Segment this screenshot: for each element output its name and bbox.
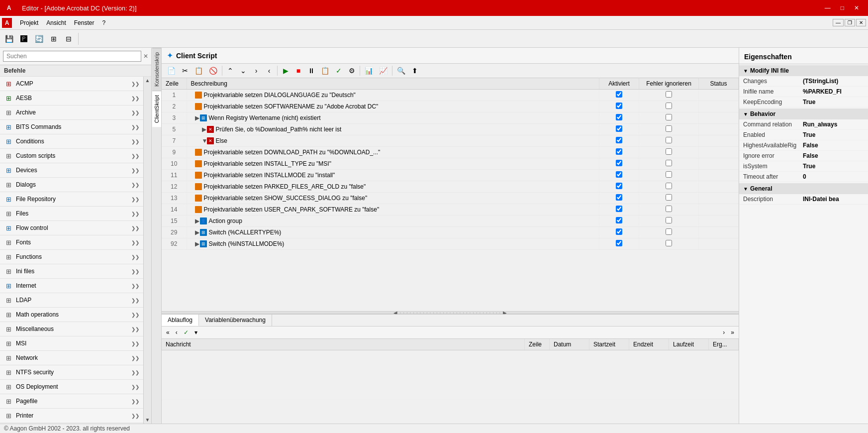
- row-aktiviert-7[interactable]: [599, 135, 639, 147]
- minimize-button[interactable]: —: [820, 2, 836, 13]
- stb-copy[interactable]: 📋: [192, 65, 205, 77]
- btb-last[interactable]: »: [728, 327, 737, 337]
- props-section-header[interactable]: ▼ Modify INI file: [739, 65, 868, 76]
- table-row[interactable]: 10 Projektvariable setzen INSTALL_TYPE z…: [162, 158, 739, 170]
- table-row[interactable]: 3 ▶⊞Wenn Registry Wertename (nicht) exis…: [162, 112, 739, 124]
- row-fehler-9[interactable]: [639, 147, 699, 158]
- expand-arrow[interactable]: ▶: [195, 240, 200, 247]
- table-row[interactable]: 1 Projektvariable setzen DIALOGLANGUAGE …: [162, 90, 739, 101]
- row-aktiviert-14[interactable]: [599, 204, 639, 216]
- table-row[interactable]: 9 Projektvariable setzen DOWNLOAD_PATH z…: [162, 147, 739, 158]
- sidebar-item-misc[interactable]: ⊞ Miscellaneous ❯❯: [0, 322, 143, 336]
- btb-dropdown[interactable]: ▾: [192, 327, 200, 337]
- stb-left[interactable]: ‹: [263, 65, 275, 77]
- expand-arrow[interactable]: ▶: [195, 229, 200, 236]
- search-input[interactable]: [3, 51, 141, 62]
- sidebar-item-printer[interactable]: ⊞ Printer ❯❯: [0, 409, 143, 423]
- row-aktiviert-1[interactable]: [599, 90, 639, 101]
- sidebar-item-flow[interactable]: ⊞ Flow control ❯❯: [0, 221, 143, 235]
- btb-first[interactable]: «: [164, 327, 172, 337]
- row-fehler-29[interactable]: [639, 227, 699, 238]
- row-fehler-15[interactable]: [639, 216, 699, 227]
- sidebar-item-functions[interactable]: ⊞ Functions ❯❯: [0, 250, 143, 264]
- row-aktiviert-3[interactable]: [599, 112, 639, 124]
- row-fehler-13[interactable]: [639, 193, 699, 204]
- table-row[interactable]: 12 Projektvariable setzen PARKED_FILES_A…: [162, 181, 739, 193]
- btb-next[interactable]: ›: [720, 327, 727, 337]
- tab-variablen[interactable]: Variablenüberwachung: [199, 315, 272, 326]
- toolbar-btn2[interactable]: 🅿: [17, 32, 31, 46]
- row-fehler-7[interactable]: [639, 135, 699, 147]
- table-row[interactable]: 13 Projektvariable setzen SHOW_SUCCESS_D…: [162, 193, 739, 204]
- table-row[interactable]: 14 Projektvariable setzen USER_CAN_PARK_…: [162, 204, 739, 216]
- stb-check[interactable]: ✓: [333, 65, 345, 77]
- tab-ablauflog[interactable]: Ablauflog: [162, 315, 199, 326]
- table-row[interactable]: 11 Projektvariable setzen INSTALLMODE zu…: [162, 170, 739, 181]
- menu-help[interactable]: ?: [98, 17, 109, 28]
- inner-close-btn[interactable]: ✕: [856, 19, 866, 26]
- props-section-header[interactable]: ▼ Behavior: [739, 108, 868, 119]
- toolbar-btn3[interactable]: 🔄: [32, 32, 46, 46]
- row-aktiviert-13[interactable]: [599, 193, 639, 204]
- props-section-header[interactable]: ▼ General: [739, 183, 868, 194]
- sidebar-item-devices[interactable]: ⊞ Devices ❯❯: [0, 163, 143, 178]
- row-fehler-5[interactable]: [639, 124, 699, 135]
- sidebar-item-pagefile[interactable]: ⊞ Pagefile ❯❯: [0, 394, 143, 409]
- sidebar-item-filerepo[interactable]: ⊞ File Repository ❯❯: [0, 192, 143, 207]
- row-aktiviert-2[interactable]: [599, 101, 639, 112]
- inner-restore-btn[interactable]: ❐: [845, 19, 855, 26]
- sidebar-item-internet[interactable]: ⊞ Internet ❯❯: [0, 279, 143, 293]
- save-btn[interactable]: 💾: [2, 32, 16, 46]
- table-row[interactable]: 7 ▼✕Else: [162, 135, 739, 147]
- expand-arrow[interactable]: ▶: [195, 217, 200, 224]
- close-button[interactable]: ✕: [849, 2, 864, 13]
- row-aktiviert-29[interactable]: [599, 227, 639, 238]
- stb-up[interactable]: ⌃: [224, 65, 236, 77]
- sidebar-item-custom[interactable]: ⊞ Custom scripts ❯❯: [0, 149, 143, 163]
- sidebar-item-aesb[interactable]: ⊞ AESB ❯❯: [0, 91, 143, 106]
- btb-check[interactable]: ✓: [181, 327, 191, 337]
- sidebar-item-dialogs[interactable]: ⊞ Dialogs ❯❯: [0, 178, 143, 192]
- vtab-clientskrip[interactable]: ClientSkript: [152, 91, 161, 127]
- row-fehler-3[interactable]: [639, 112, 699, 124]
- expand-arrow[interactable]: ▼: [202, 137, 207, 144]
- vtab-konsolenskrip[interactable]: Konsolenskrip: [152, 48, 161, 91]
- menu-fenster[interactable]: Fenster: [70, 17, 98, 28]
- inner-minimize-btn[interactable]: —: [833, 19, 844, 26]
- row-aktiviert-11[interactable]: [599, 170, 639, 181]
- expand-arrow[interactable]: ▶: [195, 114, 200, 121]
- btb-prev[interactable]: ‹: [173, 327, 180, 337]
- row-aktiviert-92[interactable]: [599, 238, 639, 250]
- row-fehler-2[interactable]: [639, 101, 699, 112]
- sidebar-scroll-up[interactable]: ▲: [144, 77, 151, 84]
- row-fehler-11[interactable]: [639, 170, 699, 181]
- expand-arrow[interactable]: ▶: [202, 126, 207, 133]
- stb-chart2[interactable]: 📈: [377, 65, 390, 77]
- sidebar-item-msi[interactable]: ⊞ MSI ❯❯: [0, 336, 143, 351]
- table-row[interactable]: 15 ▶👤Action group: [162, 216, 739, 227]
- stb-pause[interactable]: ⏸: [305, 65, 317, 77]
- stb-run[interactable]: ▶: [280, 65, 291, 77]
- menu-projekt[interactable]: Projekt: [16, 17, 42, 28]
- table-row[interactable]: 2 Projektvariable setzen SOFTWARENAME zu…: [162, 101, 739, 112]
- stb-settings[interactable]: ⚙: [346, 65, 358, 77]
- sidebar-item-conditions[interactable]: ⊞ Conditions ❯❯: [0, 134, 143, 149]
- search-clear-icon[interactable]: ✕: [143, 53, 148, 60]
- sidebar-item-acmp[interactable]: ⊞ ACMP ❯❯: [0, 77, 143, 91]
- stb-delete[interactable]: 🚫: [206, 65, 220, 77]
- row-aktiviert-10[interactable]: [599, 158, 639, 170]
- row-fehler-14[interactable]: [639, 204, 699, 216]
- table-row[interactable]: 5 ▶✕Prüfen Sie, ob %Download_Path% nicht…: [162, 124, 739, 135]
- sidebar-item-osdeploy[interactable]: ⊞ OS Deployment ❯❯: [0, 380, 143, 394]
- sidebar-item-archive[interactable]: ⊞ Archive ❯❯: [0, 106, 143, 120]
- sidebar-item-math[interactable]: ⊞ Math operations ❯❯: [0, 308, 143, 322]
- row-aktiviert-5[interactable]: [599, 124, 639, 135]
- sidebar-item-network[interactable]: ⊞ Network ❯❯: [0, 351, 143, 365]
- stb-right[interactable]: ›: [250, 65, 262, 77]
- toolbar-btn4[interactable]: ⊞: [47, 32, 61, 46]
- stb-upload[interactable]: ⬆: [409, 65, 421, 77]
- table-row[interactable]: 92 ▶⊞Switch (%INSTALLMODE%): [162, 238, 739, 250]
- stb-search[interactable]: 🔍: [394, 65, 408, 77]
- sidebar-item-ini[interactable]: ⊞ Ini files ❯❯: [0, 264, 143, 279]
- stb-chart[interactable]: 📊: [362, 65, 376, 77]
